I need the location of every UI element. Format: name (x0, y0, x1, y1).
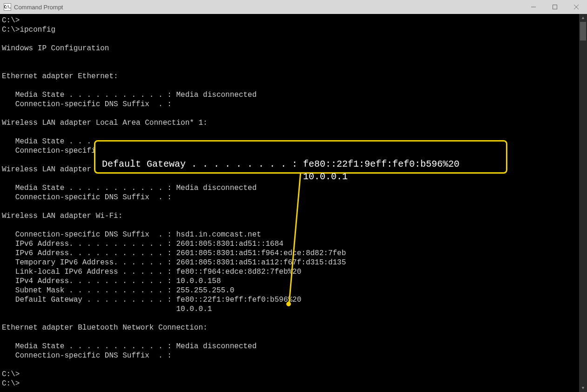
terminal-line (2, 62, 587, 72)
terminal-line (2, 81, 587, 90)
terminal-line: C:\>ipconfig (2, 25, 587, 34)
terminal-line: C:\> (2, 379, 587, 388)
window-controls (523, 0, 587, 14)
terminal-line: Temporary IPv6 Address. . . . . . : 2601… (2, 258, 587, 267)
terminal-line: Connection-specific DNS Suffix . : (2, 100, 587, 109)
terminal-line: IPv4 Address. . . . . . . . . . . : 10.0… (2, 277, 587, 286)
terminal-line (2, 314, 587, 323)
terminal-line (2, 53, 587, 62)
terminal-line: Media State . . . . . . . . . . . : Medi… (2, 342, 587, 351)
callout-line-1: Default Gateway . . . . . . . . . : fe80… (102, 159, 459, 169)
callout-connector-dot (286, 302, 291, 306)
terminal-line: Connection-specific DNS Suffix . : (2, 193, 587, 202)
terminal-line: Connection-specific DNS Suffix . : (2, 351, 587, 360)
terminal-line: Ethernet adapter Bluetooth Network Conne… (2, 323, 587, 332)
scroll-down-button[interactable]: ▼ (579, 384, 587, 392)
terminal-line: Link-local IPv6 Address . . . . . : fe80… (2, 267, 587, 277)
terminal-line (2, 360, 587, 370)
callout-highlight-box: Default Gateway . . . . . . . . . : fe80… (94, 140, 507, 174)
terminal-line (2, 332, 587, 342)
terminal-line: Windows IP Configuration (2, 44, 587, 53)
terminal-line: C:\> (2, 16, 587, 25)
scroll-thumb[interactable] (580, 22, 586, 41)
maximize-button[interactable] (544, 0, 566, 14)
window-titlebar: C:\. Command Prompt (0, 0, 587, 14)
terminal-line: 10.0.0.1 (2, 304, 587, 314)
minimize-button[interactable] (523, 0, 544, 14)
terminal-line (2, 202, 587, 211)
terminal-line (2, 128, 587, 137)
terminal-line: Ethernet adapter Ethernet: (2, 72, 587, 81)
terminal-line: Wireless LAN adapter Wi-Fi: (2, 211, 587, 221)
terminal-line (2, 34, 587, 44)
terminal-line (2, 221, 587, 230)
cmd-icon: C:\. (4, 3, 11, 11)
svg-rect-1 (553, 5, 557, 9)
terminal-line: C:\> (2, 370, 587, 379)
callout-line-2: 10.0.0.1 (102, 171, 348, 182)
scroll-up-button[interactable]: ▲ (579, 14, 587, 22)
terminal-line: Default Gateway . . . . . . . . . : fe80… (2, 295, 587, 304)
terminal-line: Wireless LAN adapter Local Area Connecti… (2, 118, 587, 128)
terminal-line: Media State . . . . . . . . . . . : Medi… (2, 183, 587, 193)
terminal-line (2, 109, 587, 118)
window-title: Command Prompt (14, 4, 63, 11)
scrollbar-track[interactable]: ▲ ▼ (579, 14, 587, 392)
terminal-output[interactable]: C:\>C:\>ipconfig Windows IP Configuratio… (0, 14, 587, 392)
terminal-line: Subnet Mask . . . . . . . . . . . : 255.… (2, 286, 587, 295)
terminal-line: Media State . . . . . . . . . . . : Medi… (2, 90, 587, 100)
close-button[interactable] (566, 0, 587, 14)
